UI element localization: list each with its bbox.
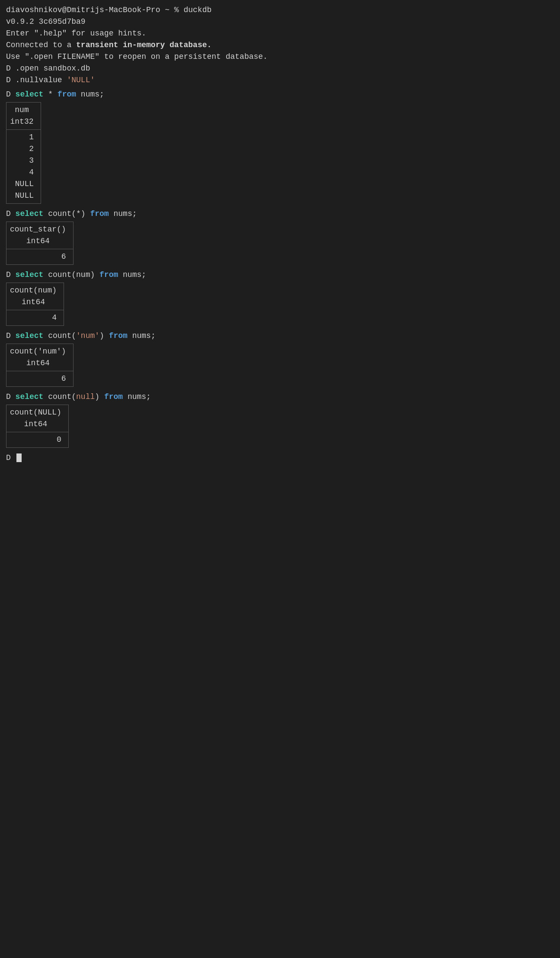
header-line1: diavoshnikov@Dmitrijs-MacBook-Pro ~ % du…	[6, 4, 554, 16]
table-header-cell: count('num')int64	[6, 344, 74, 371]
open-command-line: D .open sandbox.db	[6, 63, 554, 74]
header-line4: Connected to a transient in-memory datab…	[6, 39, 554, 51]
query4-line: D select count('num') from nums;	[6, 330, 554, 342]
cursor-block	[16, 453, 22, 462]
table-header-row: numint32	[6, 103, 41, 130]
header-line3: Enter ".help" for usage hints.	[6, 28, 554, 39]
table-header-cell: count_star()int64	[6, 222, 74, 249]
table-header-row: count('num')int64	[6, 344, 74, 371]
query5-line: D select count(null) from nums;	[6, 391, 554, 403]
table-row: 1234NULLNULL	[6, 130, 41, 204]
table-header-cell: count(NULL)int64	[6, 405, 69, 432]
final-prompt-line: D	[6, 452, 554, 464]
terminal-container: diavoshnikov@Dmitrijs-MacBook-Pro ~ % du…	[6, 4, 554, 464]
query2-line: D select count(*) from nums;	[6, 208, 554, 220]
table-header-cell: numint32	[6, 103, 41, 130]
header-line2: v0.9.2 3c695d7ba9	[6, 16, 554, 28]
query4-result-table: count('num')int64 6	[6, 344, 74, 387]
header-line5: Use ".open FILENAME" to reopen on a pers…	[6, 51, 554, 63]
table-header-row: count_star()int64	[6, 222, 74, 249]
table-row: 4	[6, 310, 64, 326]
table-row: 6	[6, 249, 74, 265]
table-row: 6	[6, 371, 74, 387]
query1-line: D select * from nums;	[6, 89, 554, 100]
table-header-row: count(NULL)int64	[6, 405, 69, 432]
table-row: 0	[6, 432, 69, 448]
nullvalue-command-line: D .nullvalue 'NULL'	[6, 74, 554, 86]
table-header-row: count(num)int64	[6, 283, 64, 310]
query2-result-table: count_star()int64 6	[6, 222, 74, 265]
query5-result-table: count(NULL)int64 0	[6, 405, 69, 448]
query3-line: D select count(num) from nums;	[6, 269, 554, 281]
query1-result-table: numint32 1234NULLNULL	[6, 102, 41, 204]
query3-result-table: count(num)int64 4	[6, 283, 64, 326]
table-header-cell: count(num)int64	[6, 283, 64, 310]
